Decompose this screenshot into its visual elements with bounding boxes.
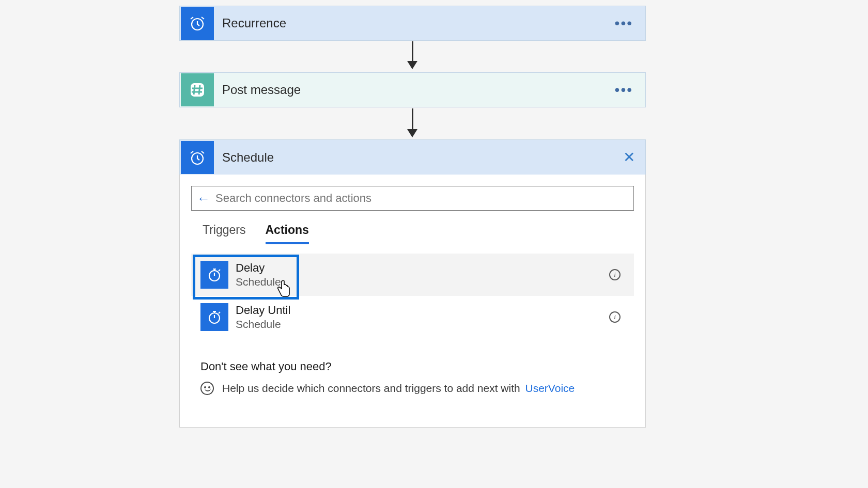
tab-actions[interactable]: Actions	[266, 223, 309, 244]
recurrence-title: Recurrence	[222, 16, 615, 30]
action-item-delay-until[interactable]: Delay Until Schedule i	[191, 296, 634, 338]
need-title: Don't see what you need?	[200, 360, 634, 373]
action-list: Delay Schedule i Delay Until Schedule	[191, 254, 634, 338]
need-more-section: Don't see what you need? Help us decide …	[191, 360, 634, 395]
tab-triggers[interactable]: Triggers	[203, 223, 246, 244]
search-row: ←	[191, 186, 634, 211]
action-subtitle: Schedule	[236, 276, 609, 288]
schedule-panel-header: Schedule ✕	[179, 139, 646, 175]
post-message-title: Post message	[222, 83, 615, 97]
close-icon[interactable]: ✕	[623, 149, 635, 166]
need-text: Help us decide which connectors and trig…	[222, 382, 520, 394]
recurrence-step-card[interactable]: Recurrence •••	[179, 6, 646, 41]
smiley-icon	[200, 382, 214, 395]
info-icon[interactable]: i	[609, 311, 621, 323]
flow-arrow-icon	[411, 108, 414, 137]
uservoice-link[interactable]: UserVoice	[525, 382, 575, 394]
clock-icon	[181, 141, 214, 174]
stopwatch-icon	[200, 261, 228, 289]
flow-arrow-icon	[411, 41, 414, 69]
tabs-row: Triggers Actions	[191, 223, 634, 244]
schedule-title: Schedule	[222, 150, 623, 165]
search-input[interactable]	[215, 192, 628, 205]
action-title: Delay	[236, 261, 609, 275]
back-arrow-icon[interactable]: ←	[197, 191, 210, 207]
action-subtitle: Schedule	[236, 318, 609, 330]
action-title: Delay Until	[236, 304, 609, 317]
hash-icon	[181, 73, 214, 106]
info-icon[interactable]: i	[609, 269, 621, 280]
action-item-delay[interactable]: Delay Schedule i	[191, 254, 634, 296]
post-message-step-card[interactable]: Post message •••	[179, 72, 646, 107]
stopwatch-icon	[200, 303, 228, 331]
schedule-panel-body: ← Triggers Actions Delay Schedule	[179, 175, 646, 428]
svg-rect-1	[191, 83, 204, 97]
clock-icon	[181, 7, 214, 40]
